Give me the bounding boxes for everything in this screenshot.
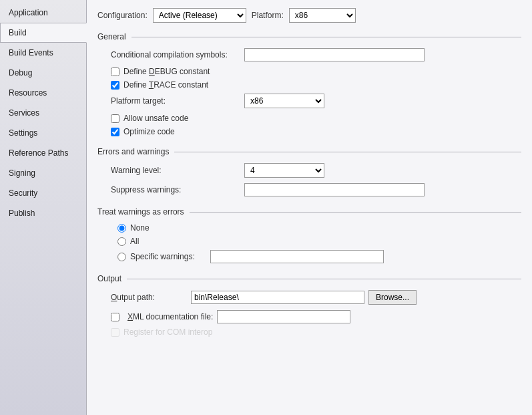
general-section-header: General bbox=[97, 32, 521, 41]
general-section-line bbox=[131, 37, 521, 37]
com-interop-checkbox[interactable] bbox=[111, 328, 119, 337]
warning-level-select[interactable]: 0 1 2 3 4 bbox=[244, 163, 324, 178]
optimize-row: Optimize code bbox=[97, 127, 521, 136]
conditional-input[interactable] bbox=[244, 48, 425, 61]
treat-warnings-line bbox=[190, 212, 521, 213]
sidebar-item-build-events[interactable]: Build Events bbox=[0, 43, 86, 63]
sidebar-item-build[interactable]: Build bbox=[0, 23, 87, 43]
sidebar-item-signing[interactable]: Signing bbox=[0, 163, 86, 183]
treat-warnings-header: Treat warnings as errors bbox=[97, 207, 521, 217]
conditional-label: Conditional compilation symbols: bbox=[111, 50, 244, 59]
all-radio[interactable] bbox=[117, 237, 126, 246]
errors-warnings-header: Errors and warnings bbox=[97, 147, 521, 156]
output-path-input[interactable] bbox=[191, 291, 364, 304]
xml-doc-input[interactable] bbox=[217, 310, 350, 323]
specific-label: Specific warnings: bbox=[130, 252, 210, 261]
define-trace-label: Define TRACE constant bbox=[123, 80, 208, 90]
general-section-title: General bbox=[97, 32, 131, 41]
treat-warnings-section: Treat warnings as errors None All Specif… bbox=[97, 207, 521, 263]
none-radio-row: None bbox=[97, 223, 521, 233]
specific-warnings-input[interactable] bbox=[210, 250, 384, 263]
platform-target-label: Platform target: bbox=[111, 96, 244, 106]
com-interop-row: Register for COM interop bbox=[97, 327, 521, 337]
configuration-select[interactable]: Active (Release) Debug Release bbox=[153, 8, 246, 23]
xml-doc-label: XML documentation file: bbox=[127, 312, 213, 321]
warning-level-label: Warning level: bbox=[111, 166, 244, 175]
sidebar-item-publish[interactable]: Publish bbox=[0, 203, 86, 223]
platform-target-select[interactable]: x86 x64 Any CPU bbox=[244, 94, 324, 108]
warning-level-row: Warning level: 0 1 2 3 4 bbox=[97, 163, 521, 178]
platform-target-row: Platform target: x86 x64 Any CPU bbox=[97, 94, 521, 108]
sidebar-item-resources[interactable]: Resources bbox=[0, 83, 86, 103]
xml-doc-checkbox[interactable] bbox=[111, 313, 119, 321]
output-section-header: Output bbox=[97, 274, 521, 283]
platform-select[interactable]: x86 x64 Any CPU bbox=[289, 8, 356, 23]
sidebar: Application Build Build Events Debug Res… bbox=[0, 0, 87, 415]
all-radio-row: All bbox=[97, 237, 521, 246]
allow-unsafe-label: Allow unsafe code bbox=[123, 114, 188, 123]
com-interop-label: Register for COM interop bbox=[123, 327, 212, 337]
sidebar-item-reference-paths[interactable]: Reference Paths bbox=[0, 143, 86, 163]
main-content: Configuration: Active (Release) Debug Re… bbox=[87, 0, 532, 415]
none-label: None bbox=[130, 223, 210, 233]
general-section: General Conditional compilation symbols:… bbox=[97, 32, 521, 136]
output-path-label: Output path: bbox=[111, 293, 191, 302]
browse-button[interactable]: Browse... bbox=[368, 290, 417, 305]
sidebar-item-settings[interactable]: Settings bbox=[0, 123, 86, 143]
define-debug-checkbox[interactable] bbox=[111, 67, 119, 76]
output-section: Output Output path: Browse... XML docume… bbox=[97, 274, 521, 337]
output-path-row: Output path: Browse... bbox=[97, 290, 521, 305]
errors-warnings-line bbox=[174, 152, 521, 152]
define-debug-label: Define DEBUG constant bbox=[123, 67, 210, 76]
all-label: All bbox=[130, 237, 210, 246]
specific-radio[interactable] bbox=[117, 253, 126, 261]
top-bar: Configuration: Active (Release) Debug Re… bbox=[97, 8, 521, 23]
errors-warnings-title: Errors and warnings bbox=[97, 147, 174, 156]
platform-label: Platform: bbox=[252, 11, 284, 20]
sidebar-item-services[interactable]: Services bbox=[0, 103, 86, 123]
define-trace-row: Define TRACE constant bbox=[97, 80, 521, 90]
xml-doc-row: XML documentation file: bbox=[97, 310, 521, 323]
output-section-line bbox=[127, 279, 521, 279]
configuration-label: Configuration: bbox=[97, 11, 148, 20]
define-debug-row: Define DEBUG constant bbox=[97, 67, 521, 76]
errors-warnings-section: Errors and warnings Warning level: 0 1 2… bbox=[97, 147, 521, 196]
output-section-title: Output bbox=[97, 274, 127, 283]
optimize-checkbox[interactable] bbox=[111, 128, 119, 136]
allow-unsafe-checkbox[interactable] bbox=[111, 114, 119, 123]
treat-warnings-title: Treat warnings as errors bbox=[97, 207, 190, 217]
sidebar-item-application[interactable]: Application bbox=[0, 3, 86, 23]
suppress-warnings-input[interactable] bbox=[244, 183, 425, 196]
optimize-label: Optimize code bbox=[123, 127, 175, 136]
suppress-warnings-label: Suppress warnings: bbox=[111, 185, 244, 194]
conditional-row: Conditional compilation symbols: bbox=[97, 48, 521, 61]
none-radio[interactable] bbox=[117, 224, 126, 233]
suppress-warnings-row: Suppress warnings: bbox=[97, 183, 521, 196]
sidebar-item-security[interactable]: Security bbox=[0, 183, 86, 203]
specific-radio-row: Specific warnings: bbox=[97, 250, 521, 263]
allow-unsafe-row: Allow unsafe code bbox=[97, 114, 521, 123]
sidebar-item-debug[interactable]: Debug bbox=[0, 63, 86, 83]
define-trace-checkbox[interactable] bbox=[111, 81, 119, 90]
